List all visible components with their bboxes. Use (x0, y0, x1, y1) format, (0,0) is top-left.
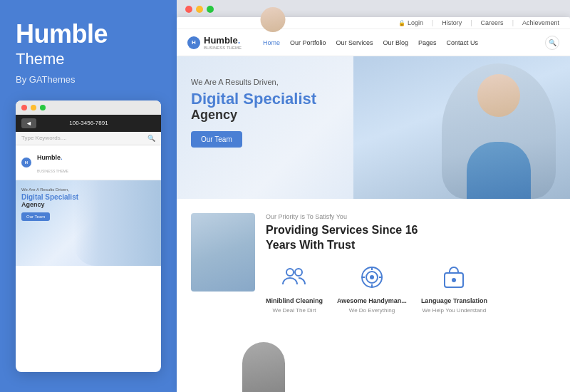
mini-logo-text: Humble. BUSINESS THEME (37, 150, 68, 175)
site-nav-links: Home Our Portfolio Our Services Our Blog… (263, 39, 531, 46)
service-icon-target (358, 263, 386, 292)
service-item-1: Miniblind Cleaning We Deal The Dirt (266, 263, 323, 314)
mini-dot-green (40, 105, 46, 110)
nav-pages[interactable]: Pages (418, 39, 437, 46)
site-navbar: H Humble. BUSINESS THEME Home Our Portfo… (177, 29, 570, 56)
service-item-3: Language Translation We Help You Underst… (421, 263, 487, 314)
mini-share-button[interactable]: ◄ (21, 118, 36, 128)
mini-searchbar: Type Keywords.... 🔍 (16, 132, 161, 145)
topbar-login[interactable]: 🔒 Login (398, 19, 423, 26)
svg-point-10 (452, 278, 456, 282)
site-logo: H Humble. BUSINESS THEME (187, 35, 242, 50)
mini-search-icon[interactable]: 🔍 (147, 135, 155, 142)
svg-point-4 (370, 275, 374, 279)
site-search-button[interactable]: 🔍 (545, 36, 559, 50)
mini-hero-pre: We Are A Results Driven, (21, 187, 78, 192)
nav-contact[interactable]: Contact Us (447, 39, 479, 46)
services-grid: Miniblind Cleaning We Deal The Dirt (266, 263, 556, 314)
site-logo-text-wrap: Humble. BUSINESS THEME (204, 35, 242, 50)
services-priority: Our Priority Is To Satisfy You (266, 213, 556, 220)
svg-point-1 (295, 269, 302, 276)
topbar-history[interactable]: History (442, 19, 462, 26)
topbar-careers[interactable]: Careers (481, 19, 504, 26)
service-icon-bag (440, 263, 468, 292)
services-title: Providing Services Since 16 Years With T… (266, 223, 451, 253)
mini-dot-yellow (31, 105, 36, 110)
service-desc-1: We Deal The Dirt (272, 307, 316, 314)
browser-dot-green (207, 6, 214, 13)
mini-cta-button[interactable]: Our Team (21, 212, 50, 221)
site-hero: We Are A Results Driven, Digital Special… (177, 56, 570, 199)
browser-chrome (177, 0, 570, 17)
hero-person-face (442, 63, 556, 199)
site-logo-icon: H (187, 36, 200, 49)
service-name-3: Language Translation (421, 297, 487, 304)
mini-preview-card: ◄ 100-3456-7891 Type Keywords.... 🔍 H Hu… (16, 100, 161, 372)
svg-point-0 (286, 269, 294, 276)
services-person-img (191, 213, 255, 292)
site-topbar: 🔒 Login | History | Careers | Achievemen… (177, 17, 570, 29)
nav-home[interactable]: Home (263, 39, 280, 46)
browser-dot-yellow (196, 6, 203, 13)
nav-blog[interactable]: Our Blog (383, 39, 408, 46)
hero-title: Digital Specialist (191, 91, 316, 108)
right-panel: 🔒 Login | History | Careers | Achievemen… (177, 0, 570, 392)
nav-portfolio[interactable]: Our Portfolio (290, 39, 326, 46)
site-services: Our Priority Is To Satisfy You Providing… (177, 199, 570, 392)
service-name-1: Miniblind Cleaning (266, 297, 323, 304)
mini-nav: H Humble. BUSINESS THEME (16, 145, 161, 180)
service-name-2: Awesome Handyman... (337, 297, 407, 304)
service-item-2: Awesome Handyman... We Do Everything (337, 263, 407, 314)
hero-tagline: We Are A Results Driven, (191, 78, 316, 86)
mini-phone: 100-3456-7891 (69, 120, 108, 126)
left-panel: Humble Theme By GAThemes ◄ 100-3456-7891… (0, 0, 177, 392)
mini-search-placeholder: Type Keywords.... (21, 135, 67, 141)
hero-content: We Are A Results Driven, Digital Special… (191, 78, 316, 148)
website-mockup: 🔒 Login | History | Careers | Achievemen… (177, 17, 570, 392)
mini-dot-red (21, 105, 27, 110)
brand-title: Humble Theme By GAThemes (16, 20, 161, 100)
brand-by: By GAThemes (16, 74, 161, 85)
services-right: Our Priority Is To Satisfy You Providing… (266, 213, 556, 314)
mini-topbar: ◄ 100-3456-7891 (16, 115, 161, 132)
topbar-achievement[interactable]: Achievement (522, 19, 559, 26)
service-desc-3: We Help You Understand (423, 307, 487, 314)
services-person (191, 213, 255, 292)
service-desc-2: We Do Everything (349, 307, 395, 314)
hero-subtitle: Agency (191, 108, 316, 123)
brand-subtitle: Theme (16, 50, 161, 68)
service-icon-people (280, 263, 309, 292)
hero-person-bg (353, 56, 570, 199)
browser-dots (185, 6, 561, 13)
browser-dot-red (185, 6, 192, 13)
services-layout: Our Priority Is To Satisfy You Providing… (191, 213, 556, 314)
nav-services[interactable]: Our Services (336, 39, 373, 46)
mini-logo-icon: H (21, 158, 31, 167)
mini-hero-person-bg (74, 180, 161, 266)
mini-hero-title: Digital Specialist (21, 193, 78, 201)
mini-hero-sub: Agency (21, 201, 78, 208)
mini-hero-content: We Are A Results Driven, Digital Special… (21, 187, 78, 221)
mini-hero: We Are A Results Driven, Digital Special… (16, 180, 161, 266)
mini-titlebar (16, 100, 161, 115)
brand-name: Humble (16, 20, 161, 48)
hero-cta-button[interactable]: Our Team (191, 131, 242, 148)
